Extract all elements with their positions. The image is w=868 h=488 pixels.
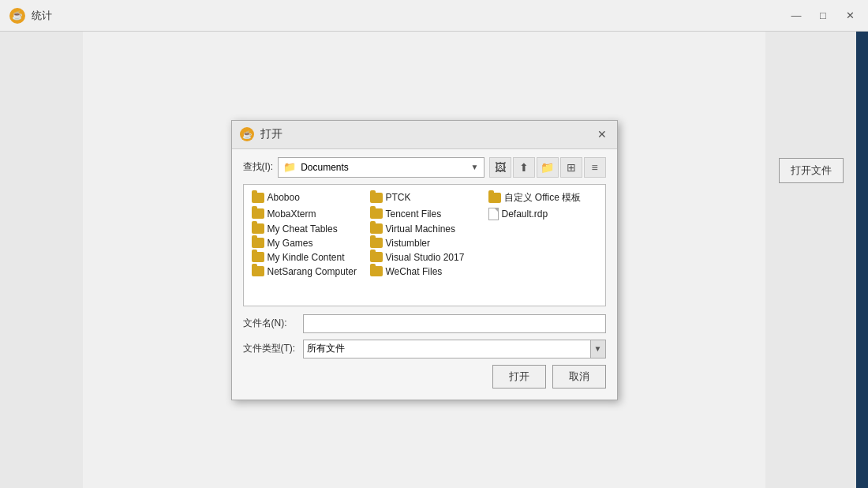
location-folder-icon: 📁	[283, 161, 296, 173]
folder-icon	[370, 252, 383, 262]
toolbar-btn-grid[interactable]: ⊞	[560, 157, 582, 178]
folder-icon	[370, 266, 383, 276]
open-file-button[interactable]: 打开文件	[779, 158, 844, 183]
dialog-app-icon: ☕	[240, 127, 254, 141]
folder-icon	[370, 208, 383, 219]
list-item[interactable]: Virtual Machines	[365, 222, 484, 236]
right-panel: 打开文件	[765, 32, 856, 488]
file-icon	[488, 208, 499, 220]
minimize-button[interactable]: —	[784, 6, 808, 25]
dialog-overlay: ☕ 打开 ✕ 查找(I): 📁 Documents ▼	[83, 32, 765, 488]
list-item[interactable]: Tencent Files	[365, 206, 484, 222]
file-name: Vistumbler	[386, 238, 430, 249]
filename-row: 文件名(N):	[243, 314, 606, 333]
content-area: ☕ 打开 ✕ 查找(I): 📁 Documents ▼	[83, 32, 765, 488]
folder-icon	[370, 238, 383, 248]
toolbar-buttons: 🖼 ⬆ 📁 ⊞ ≡	[489, 157, 606, 178]
list-item[interactable]: 自定义 Office 模板	[484, 190, 602, 206]
location-text: Documents	[301, 162, 470, 173]
filetype-value: 所有文件	[307, 342, 590, 355]
file-name: MobaXterm	[268, 208, 316, 220]
location-dropdown[interactable]: 📁 Documents ▼	[278, 157, 484, 178]
folder-icon	[252, 252, 264, 262]
file-name: Aboboo	[268, 192, 300, 203]
file-name: Default.rdp	[502, 208, 548, 220]
list-item[interactable]: WeChat Files	[365, 265, 484, 279]
dialog-close-button[interactable]: ✕	[592, 126, 612, 143]
list-item[interactable]: My Games	[247, 236, 365, 250]
maximize-button[interactable]: □	[811, 6, 835, 25]
window-controls: — □ ✕	[784, 6, 862, 25]
file-name: WeChat Files	[386, 266, 443, 277]
title-bar: ☕ 统计 — □ ✕	[0, 0, 868, 32]
filename-input[interactable]	[303, 314, 606, 333]
file-name: NetSarang Computer	[268, 266, 357, 277]
file-name: Visual Studio 2017	[386, 252, 465, 263]
app-icon: ☕	[9, 8, 25, 24]
toolbar-btn-up[interactable]: ⬆	[513, 157, 535, 178]
file-name: Virtual Machines	[386, 223, 456, 235]
toolbar-btn-photos[interactable]: 🖼	[489, 157, 511, 178]
folder-icon	[252, 238, 264, 248]
file-name: 自定义 Office 模板	[504, 191, 582, 205]
dialog-title-bar: ☕ 打开 ✕	[232, 121, 617, 149]
list-item[interactable]: Vistumbler	[365, 236, 484, 250]
toolbar-btn-list[interactable]: ≡	[584, 157, 606, 178]
toolbar-btn-new-folder[interactable]: 📁	[537, 157, 559, 178]
folder-icon	[252, 223, 264, 234]
filename-label: 文件名(N):	[243, 317, 298, 330]
file-list-area: AbobooPTCK自定义 Office 模板MobaXtermTencent …	[243, 184, 606, 306]
app-title: 统计	[32, 9, 52, 23]
open-button[interactable]: 打开	[492, 365, 546, 389]
list-item[interactable]: My Kindle Content	[247, 250, 365, 265]
list-item[interactable]: My Cheat Tables	[247, 222, 365, 236]
filetype-select[interactable]: 所有文件 ▼	[303, 340, 606, 358]
list-item[interactable]: Visual Studio 2017	[365, 250, 484, 265]
window-close-button[interactable]: ✕	[838, 6, 862, 25]
dialog-title: 打开	[260, 127, 282, 141]
folder-icon	[370, 223, 383, 234]
list-item[interactable]: Default.rdp	[484, 206, 602, 222]
file-name: My Cheat Tables	[268, 223, 338, 235]
file-name: Tencent Files	[386, 208, 442, 220]
folder-icon	[488, 193, 501, 203]
dialog-body: 查找(I): 📁 Documents ▼ 🖼 ⬆ 📁 ⊞ ≡	[232, 149, 617, 400]
filetype-row: 文件类型(T): 所有文件 ▼	[243, 340, 606, 358]
folder-icon	[252, 193, 264, 203]
file-name: My Kindle Content	[268, 252, 345, 263]
folder-icon	[370, 193, 383, 203]
toolbar-row: 查找(I): 📁 Documents ▼ 🖼 ⬆ 📁 ⊞ ≡	[243, 157, 606, 178]
left-panel	[0, 32, 83, 488]
open-file-dialog: ☕ 打开 ✕ 查找(I): 📁 Documents ▼	[231, 120, 618, 400]
filetype-dropdown-arrow[interactable]: ▼	[590, 340, 605, 358]
list-item[interactable]: NetSarang Computer	[247, 265, 365, 279]
main-area: ☕ 打开 ✕ 查找(I): 📁 Documents ▼	[0, 32, 868, 488]
location-label: 查找(I):	[243, 160, 274, 174]
file-name: PTCK	[386, 192, 411, 203]
folder-icon	[252, 266, 264, 276]
list-item[interactable]: PTCK	[365, 190, 484, 206]
folder-icon	[252, 208, 264, 219]
list-item[interactable]: Aboboo	[247, 190, 365, 206]
dialog-actions: 打开 取消	[243, 365, 606, 389]
dark-edge	[856, 32, 868, 488]
filetype-label: 文件类型(T):	[243, 342, 298, 355]
location-dropdown-arrow: ▼	[471, 163, 479, 171]
cancel-button[interactable]: 取消	[552, 365, 606, 389]
list-item[interactable]: MobaXterm	[247, 206, 365, 222]
file-name: My Games	[268, 238, 313, 249]
